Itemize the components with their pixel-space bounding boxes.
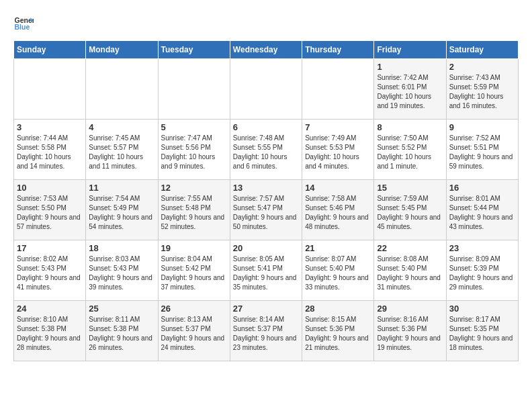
- calendar-cell: [158, 59, 230, 120]
- calendar-cell: 21Sunrise: 8:07 AM Sunset: 5:40 PM Dayli…: [302, 240, 374, 301]
- calendar-cell: 9Sunrise: 7:52 AM Sunset: 5:51 PM Daylig…: [446, 120, 518, 180]
- cell-info: Sunrise: 8:17 AM Sunset: 5:35 PM Dayligh…: [449, 315, 515, 353]
- weekday-header-thursday: Thursday: [302, 41, 374, 59]
- calendar-cell: 13Sunrise: 7:57 AM Sunset: 5:47 PM Dayli…: [230, 180, 302, 240]
- logo-icon: General Blue: [13, 13, 34, 34]
- calendar-cell: 4Sunrise: 7:45 AM Sunset: 5:57 PM Daylig…: [86, 120, 158, 180]
- calendar-cell: [230, 59, 302, 120]
- calendar-cell: 5Sunrise: 7:47 AM Sunset: 5:56 PM Daylig…: [158, 120, 230, 180]
- calendar-cell: 1Sunrise: 7:42 AM Sunset: 6:01 PM Daylig…: [374, 59, 446, 120]
- day-number: 4: [89, 122, 154, 132]
- calendar-cell: 12Sunrise: 7:55 AM Sunset: 5:48 PM Dayli…: [158, 180, 230, 240]
- cell-info: Sunrise: 7:44 AM Sunset: 5:58 PM Dayligh…: [17, 134, 83, 171]
- calendar-cell: 6Sunrise: 7:48 AM Sunset: 5:55 PM Daylig…: [230, 120, 302, 180]
- cell-info: Sunrise: 8:03 AM Sunset: 5:43 PM Dayligh…: [89, 255, 154, 292]
- day-number: 10: [17, 183, 83, 193]
- weekday-header-sunday: Sunday: [14, 41, 86, 59]
- cell-info: Sunrise: 7:49 AM Sunset: 5:53 PM Dayligh…: [305, 134, 371, 171]
- calendar-cell: 14Sunrise: 7:58 AM Sunset: 5:46 PM Dayli…: [302, 180, 374, 240]
- day-number: 14: [305, 183, 371, 193]
- cell-info: Sunrise: 8:15 AM Sunset: 5:36 PM Dayligh…: [305, 315, 371, 353]
- day-number: 13: [233, 183, 299, 193]
- weekday-header-tuesday: Tuesday: [158, 41, 230, 59]
- cell-info: Sunrise: 7:53 AM Sunset: 5:50 PM Dayligh…: [17, 194, 83, 232]
- day-number: 2: [449, 62, 515, 72]
- day-number: 16: [449, 183, 515, 193]
- calendar-cell: 3Sunrise: 7:44 AM Sunset: 5:58 PM Daylig…: [14, 120, 86, 180]
- cell-info: Sunrise: 7:59 AM Sunset: 5:45 PM Dayligh…: [377, 194, 443, 232]
- calendar-week-4: 17Sunrise: 8:02 AM Sunset: 5:43 PM Dayli…: [14, 240, 519, 301]
- calendar-cell: 7Sunrise: 7:49 AM Sunset: 5:53 PM Daylig…: [302, 120, 374, 180]
- cell-info: Sunrise: 8:02 AM Sunset: 5:43 PM Dayligh…: [17, 255, 83, 292]
- calendar-cell: 30Sunrise: 8:17 AM Sunset: 5:35 PM Dayli…: [446, 301, 518, 361]
- day-number: 18: [89, 243, 154, 253]
- day-number: 20: [233, 243, 299, 253]
- day-number: 24: [17, 304, 83, 314]
- calendar-cell: 29Sunrise: 8:16 AM Sunset: 5:36 PM Dayli…: [374, 301, 446, 361]
- cell-info: Sunrise: 8:08 AM Sunset: 5:40 PM Dayligh…: [377, 255, 443, 292]
- calendar-cell: 28Sunrise: 8:15 AM Sunset: 5:36 PM Dayli…: [302, 301, 374, 361]
- calendar-cell: 22Sunrise: 8:08 AM Sunset: 5:40 PM Dayli…: [374, 240, 446, 301]
- day-number: 27: [233, 304, 299, 314]
- day-number: 11: [89, 183, 154, 193]
- cell-info: Sunrise: 8:07 AM Sunset: 5:40 PM Dayligh…: [305, 255, 371, 292]
- cell-info: Sunrise: 8:09 AM Sunset: 5:39 PM Dayligh…: [449, 255, 515, 292]
- calendar-week-1: 1Sunrise: 7:42 AM Sunset: 6:01 PM Daylig…: [14, 59, 519, 120]
- calendar-cell: 23Sunrise: 8:09 AM Sunset: 5:39 PM Dayli…: [446, 240, 518, 301]
- calendar-cell: 11Sunrise: 7:54 AM Sunset: 5:49 PM Dayli…: [86, 180, 158, 240]
- day-number: 22: [377, 243, 443, 253]
- day-number: 1: [377, 62, 443, 72]
- calendar-cell: [14, 59, 86, 120]
- calendar-cell: 25Sunrise: 8:11 AM Sunset: 5:38 PM Dayli…: [86, 301, 158, 361]
- calendar-cell: 26Sunrise: 8:13 AM Sunset: 5:37 PM Dayli…: [158, 301, 230, 361]
- calendar-cell: 19Sunrise: 8:04 AM Sunset: 5:42 PM Dayli…: [158, 240, 230, 301]
- day-number: 15: [377, 183, 443, 193]
- cell-info: Sunrise: 7:45 AM Sunset: 5:57 PM Dayligh…: [89, 134, 154, 171]
- day-number: 7: [305, 122, 371, 132]
- calendar-cell: 16Sunrise: 8:01 AM Sunset: 5:44 PM Dayli…: [446, 180, 518, 240]
- calendar-week-2: 3Sunrise: 7:44 AM Sunset: 5:58 PM Daylig…: [14, 120, 519, 180]
- calendar-cell: [302, 59, 374, 120]
- weekday-header-friday: Friday: [374, 41, 446, 59]
- day-number: 5: [161, 122, 227, 132]
- calendar-cell: 17Sunrise: 8:02 AM Sunset: 5:43 PM Dayli…: [14, 240, 86, 301]
- cell-info: Sunrise: 7:57 AM Sunset: 5:47 PM Dayligh…: [233, 194, 299, 232]
- cell-info: Sunrise: 8:05 AM Sunset: 5:41 PM Dayligh…: [233, 255, 299, 292]
- cell-info: Sunrise: 8:10 AM Sunset: 5:38 PM Dayligh…: [17, 315, 83, 353]
- day-number: 3: [17, 122, 83, 132]
- cell-info: Sunrise: 7:42 AM Sunset: 6:01 PM Dayligh…: [377, 73, 443, 111]
- cell-info: Sunrise: 7:54 AM Sunset: 5:49 PM Dayligh…: [89, 194, 154, 232]
- day-number: 6: [233, 122, 299, 132]
- calendar-cell: 2Sunrise: 7:43 AM Sunset: 5:59 PM Daylig…: [446, 59, 518, 120]
- weekday-header-wednesday: Wednesday: [230, 41, 302, 59]
- cell-info: Sunrise: 8:13 AM Sunset: 5:37 PM Dayligh…: [161, 315, 227, 353]
- cell-info: Sunrise: 8:11 AM Sunset: 5:38 PM Dayligh…: [89, 315, 154, 353]
- page-header: General Blue: [13, 13, 519, 34]
- cell-info: Sunrise: 8:04 AM Sunset: 5:42 PM Dayligh…: [161, 255, 227, 292]
- calendar-cell: 10Sunrise: 7:53 AM Sunset: 5:50 PM Dayli…: [14, 180, 86, 240]
- calendar-cell: 15Sunrise: 7:59 AM Sunset: 5:45 PM Dayli…: [374, 180, 446, 240]
- cell-info: Sunrise: 7:55 AM Sunset: 5:48 PM Dayligh…: [161, 194, 227, 232]
- day-number: 8: [377, 122, 443, 132]
- day-number: 29: [377, 304, 443, 314]
- day-number: 25: [89, 304, 154, 314]
- calendar-cell: 20Sunrise: 8:05 AM Sunset: 5:41 PM Dayli…: [230, 240, 302, 301]
- cell-info: Sunrise: 7:50 AM Sunset: 5:52 PM Dayligh…: [377, 134, 443, 171]
- weekday-header-saturday: Saturday: [446, 41, 518, 59]
- day-number: 26: [161, 304, 227, 314]
- day-number: 19: [161, 243, 227, 253]
- cell-info: Sunrise: 8:14 AM Sunset: 5:37 PM Dayligh…: [233, 315, 299, 353]
- calendar-week-5: 24Sunrise: 8:10 AM Sunset: 5:38 PM Dayli…: [14, 301, 519, 361]
- day-number: 21: [305, 243, 371, 253]
- cell-info: Sunrise: 7:47 AM Sunset: 5:56 PM Dayligh…: [161, 134, 227, 171]
- day-number: 12: [161, 183, 227, 193]
- calendar-cell: 24Sunrise: 8:10 AM Sunset: 5:38 PM Dayli…: [14, 301, 86, 361]
- svg-text:Blue: Blue: [15, 23, 30, 31]
- calendar-table: SundayMondayTuesdayWednesdayThursdayFrid…: [13, 40, 519, 361]
- cell-info: Sunrise: 7:43 AM Sunset: 5:59 PM Dayligh…: [449, 73, 515, 111]
- day-number: 28: [305, 304, 371, 314]
- cell-info: Sunrise: 7:48 AM Sunset: 5:55 PM Dayligh…: [233, 134, 299, 171]
- day-number: 30: [449, 304, 515, 314]
- logo: General Blue: [13, 13, 34, 34]
- calendar-cell: 18Sunrise: 8:03 AM Sunset: 5:43 PM Dayli…: [86, 240, 158, 301]
